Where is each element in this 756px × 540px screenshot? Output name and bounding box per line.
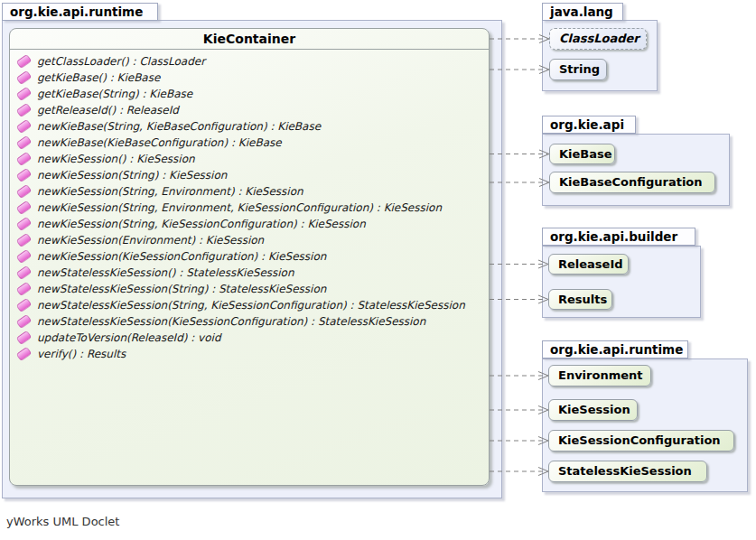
- method-row[interactable]: getKieBase() : KieBase: [10, 70, 489, 86]
- method-label: getKieBase() : KieBase: [37, 70, 160, 86]
- method-label: newKieSession() : KieSession: [37, 151, 195, 167]
- class-box-kiebase[interactable]: KieBase: [549, 144, 615, 164]
- class-box-kiesession[interactable]: KieSession: [548, 399, 638, 421]
- class-box-statelesskiesession[interactable]: StatelessKieSession: [548, 461, 707, 482]
- method-row[interactable]: newKieBase(String, KieBaseConfiguration)…: [10, 118, 489, 135]
- method-icon: [15, 200, 32, 216]
- footer-credit: yWorks UML Doclet: [6, 515, 119, 528]
- method-row[interactable]: newStatelessKieSession(KieSessionConfigu…: [10, 313, 489, 330]
- method-row[interactable]: updateToVersion(ReleaseId) : void: [10, 330, 489, 346]
- method-row[interactable]: newKieSession(Environment) : KieSession: [10, 232, 489, 248]
- method-icon: [15, 87, 32, 102]
- method-icon: [15, 168, 32, 183]
- method-label: getKieBase(String) : KieBase: [37, 86, 192, 102]
- method-row[interactable]: newKieSession(String, Environment, KieSe…: [10, 200, 489, 216]
- method-label: newKieSession(KieSessionConfiguration) :…: [37, 248, 326, 265]
- method-list: getClassLoader() : ClassLoadergetKieBase…: [10, 50, 489, 362]
- class-box-results[interactable]: Results: [548, 289, 612, 310]
- method-icon: [15, 152, 32, 167]
- method-icon: [15, 314, 32, 330]
- method-label: newKieSession(String, Environment) : Kie…: [37, 183, 303, 200]
- uml-diagram: org.kie.api.runtime KieContainer getClas…: [0, 0, 756, 540]
- method-label: newKieSession(String, Environment, KieSe…: [37, 200, 442, 216]
- method-label: newStatelessKieSession() : StatelessKieS…: [37, 265, 294, 281]
- method-label: newKieSession(Environment) : KieSession: [37, 232, 264, 248]
- class-box-kiesessionconfiguration[interactable]: KieSessionConfiguration: [548, 430, 734, 452]
- method-icon: [15, 249, 32, 265]
- package-tab-left-org-kie-api-runtime: org.kie.api.runtime: [2, 3, 158, 21]
- class-box-kiecontainer[interactable]: KieContainer getClassLoader() : ClassLoa…: [9, 28, 490, 486]
- method-label: updateToVersion(ReleaseId) : void: [37, 330, 221, 346]
- method-row[interactable]: newKieSession() : KieSession: [10, 151, 489, 167]
- method-icon: [15, 184, 32, 200]
- package-tab-java-lang: java.lang: [542, 3, 623, 21]
- class-title-kiecontainer[interactable]: KieContainer: [10, 29, 489, 50]
- class-box-environment[interactable]: Environment: [548, 365, 651, 386]
- method-row[interactable]: getClassLoader() : ClassLoader: [10, 53, 489, 70]
- method-label: newKieBase(String, KieBaseConfiguration)…: [37, 118, 321, 135]
- method-row[interactable]: newKieSession(KieSessionConfiguration) :…: [10, 248, 489, 265]
- method-row[interactable]: newStatelessKieSession() : StatelessKieS…: [10, 265, 489, 281]
- method-label: newStatelessKieSession(String) : Statele…: [37, 281, 326, 297]
- method-icon: [15, 331, 32, 346]
- method-label: newKieBase(KieBaseConfiguration) : KieBa…: [37, 135, 282, 151]
- method-row[interactable]: newStatelessKieSession(String, KieSessio…: [10, 297, 489, 313]
- class-box-classloader[interactable]: ClassLoader: [549, 28, 647, 50]
- class-box-string[interactable]: String: [549, 59, 607, 80]
- method-icon: [15, 282, 32, 297]
- method-row[interactable]: getReleaseId() : ReleaseId: [10, 102, 489, 118]
- method-row[interactable]: newStatelessKieSession(String) : Statele…: [10, 281, 489, 297]
- package-tab-org-kie-api: org.kie.api: [542, 116, 636, 134]
- class-box-releaseid[interactable]: ReleaseId: [548, 254, 629, 275]
- method-row[interactable]: newKieSession(String) : KieSession: [10, 167, 489, 183]
- method-label: verify() : Results: [37, 346, 126, 362]
- method-icon: [15, 119, 32, 135]
- method-row[interactable]: newKieSession(String, KieSessionConfigur…: [10, 216, 489, 232]
- method-label: newStatelessKieSession(String, KieSessio…: [37, 297, 465, 313]
- method-icon: [15, 298, 32, 313]
- method-label: newStatelessKieSession(KieSessionConfigu…: [37, 313, 425, 330]
- method-label: getClassLoader() : ClassLoader: [37, 53, 205, 70]
- method-icon: [15, 103, 32, 118]
- method-label: newKieSession(String) : KieSession: [37, 167, 227, 183]
- method-row[interactable]: newKieSession(String, Environment) : Kie…: [10, 183, 489, 200]
- method-icon: [15, 347, 32, 362]
- method-row[interactable]: newKieBase(KieBaseConfiguration) : KieBa…: [10, 135, 489, 151]
- package-tab-org-kie-api-builder: org.kie.api.builder: [542, 228, 695, 246]
- method-row[interactable]: getKieBase(String) : KieBase: [10, 86, 489, 102]
- method-label: newKieSession(String, KieSessionConfigur…: [37, 216, 366, 232]
- method-icon: [15, 265, 32, 281]
- method-label: getReleaseId() : ReleaseId: [37, 102, 179, 118]
- method-row[interactable]: verify() : Results: [10, 346, 489, 362]
- package-tab-org-kie-api-runtime-right: org.kie.api.runtime: [542, 340, 688, 358]
- method-icon: [15, 217, 32, 232]
- method-icon: [15, 70, 32, 86]
- method-icon: [15, 233, 32, 248]
- method-icon: [15, 54, 32, 70]
- method-icon: [15, 135, 32, 151]
- class-box-kiebaseconfiguration[interactable]: KieBaseConfiguration: [549, 172, 715, 193]
